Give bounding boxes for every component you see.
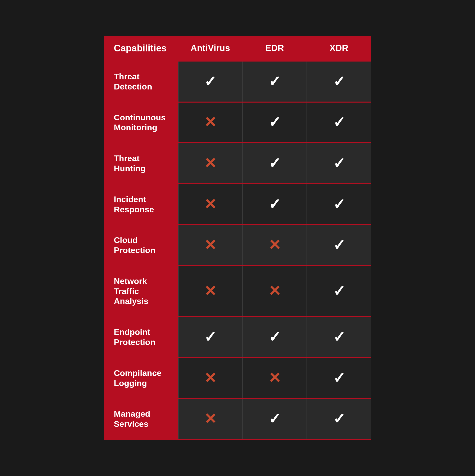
capability-label: Threat Hunting [104,143,178,184]
check-icon: ✓ [333,196,345,213]
table-row: Managed Services✕✓✓ [104,398,371,439]
check-icon: ✓ [333,411,345,427]
check-icon: ✓ [268,155,281,172]
check-icon: ✓ [333,114,345,130]
check-icon: ✓ [333,237,345,253]
xdr-cell: ✓ [307,317,371,358]
table-row: Cloud Protection✕✕✓ [104,225,371,266]
table-row: Incident Response✕✓✓ [104,184,371,225]
check-icon: ✓ [333,155,345,172]
antivirus-cell: ✕ [178,102,242,143]
capability-label: Incident Response [104,184,178,225]
edr-cell: ✓ [242,143,307,184]
check-icon: ✓ [268,411,281,427]
edr-cell: ✕ [242,358,307,399]
cross-icon: ✕ [268,237,281,253]
capability-label: Compilance Logging [104,358,178,399]
xdr-cell: ✓ [307,61,371,102]
edr-cell: ✓ [242,184,307,225]
antivirus-cell: ✕ [178,358,242,399]
edr-cell: ✓ [242,61,307,102]
table-row: Threat Detection✓✓✓ [104,61,371,102]
edr-cell: ✕ [242,225,307,266]
check-icon: ✓ [204,73,216,90]
check-icon: ✓ [204,329,216,345]
xdr-cell: ✓ [307,102,371,143]
table-row: Continunous Monitoring✕✓✓ [104,102,371,143]
header-capabilities: Capabilities [104,36,178,61]
antivirus-cell: ✕ [178,143,242,184]
capability-label: Endpoint Protection [104,317,178,358]
check-icon: ✓ [333,329,345,345]
antivirus-cell: ✕ [178,398,242,439]
edr-cell: ✓ [242,102,307,143]
edr-cell: ✕ [242,266,307,317]
check-icon: ✓ [333,370,345,386]
cross-icon: ✕ [268,370,281,386]
cross-icon: ✕ [204,370,216,386]
capability-label: Cloud Protection [104,225,178,266]
comparison-table: Capabilities AntiVirus EDR XDR Threat De… [104,36,371,440]
antivirus-cell: ✓ [178,61,242,102]
xdr-cell: ✓ [307,398,371,439]
antivirus-cell: ✕ [178,266,242,317]
xdr-cell: ✓ [307,143,371,184]
table-header: Capabilities AntiVirus EDR XDR [104,36,371,61]
check-icon: ✓ [268,114,281,130]
xdr-cell: ✓ [307,184,371,225]
capability-label: Threat Detection [104,61,178,102]
antivirus-cell: ✓ [178,317,242,358]
capability-label: Continunous Monitoring [104,102,178,143]
table-row: Network Traffic Analysis✕✕✓ [104,266,371,317]
check-icon: ✓ [333,283,345,299]
cross-icon: ✕ [204,196,216,213]
cross-icon: ✕ [204,155,216,172]
check-icon: ✓ [268,73,281,90]
edr-cell: ✓ [242,317,307,358]
capability-label: Managed Services [104,398,178,439]
header-edr: EDR [242,36,307,61]
check-icon: ✓ [268,329,281,345]
capability-label: Network Traffic Analysis [104,266,178,317]
table-row: Threat Hunting✕✓✓ [104,143,371,184]
cross-icon: ✕ [204,114,216,130]
header-antivirus: AntiVirus [178,36,242,61]
xdr-cell: ✓ [307,225,371,266]
cross-icon: ✕ [204,411,216,427]
cross-icon: ✕ [204,283,216,299]
header-xdr: XDR [307,36,371,61]
table-row: Compilance Logging✕✕✓ [104,358,371,399]
cross-icon: ✕ [204,237,216,253]
antivirus-cell: ✕ [178,184,242,225]
antivirus-cell: ✕ [178,225,242,266]
cross-icon: ✕ [268,283,281,299]
check-icon: ✓ [333,73,345,90]
check-icon: ✓ [268,196,281,213]
table-row: Endpoint Protection✓✓✓ [104,317,371,358]
edr-cell: ✓ [242,398,307,439]
xdr-cell: ✓ [307,266,371,317]
xdr-cell: ✓ [307,358,371,399]
